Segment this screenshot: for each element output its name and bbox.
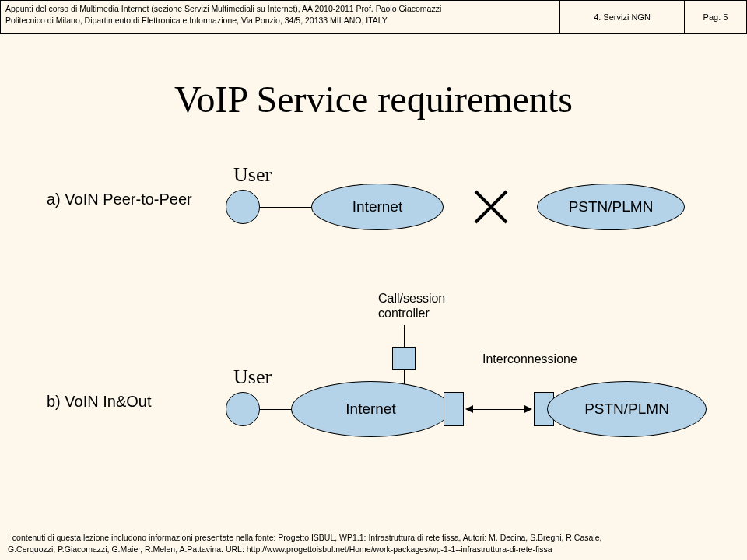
arrow-left-icon — [465, 405, 473, 413]
diagram-b-label: b) VoIN In&Out — [47, 393, 152, 411]
user-node-icon — [226, 190, 260, 224]
pstn-cloud: PSTN/PLMN — [537, 184, 685, 230]
header-page: Pag. 5 — [703, 12, 728, 22]
slide-header: Appunti del corso di Multimedia Internet… — [0, 0, 747, 34]
no-connection-icon — [471, 187, 511, 227]
gateway-box-icon — [444, 392, 464, 426]
header-left-cell: Appunti del corso di Multimedia Internet… — [0, 0, 560, 34]
slide-footer: I contenuti di questa lezione includono … — [8, 532, 739, 555]
diagram-a-label: a) VoIN Peer-to-Peer — [47, 191, 192, 208]
diagram-b-user-label: User — [233, 366, 272, 389]
diagram-a-user-label: User — [233, 163, 272, 187]
controller-label: Call/session controller — [378, 291, 445, 320]
header-page-cell: Pag. 5 — [685, 0, 747, 34]
pstn-label: PSTN/PLMN — [569, 198, 654, 215]
internet-label: Internet — [345, 401, 395, 418]
connector-line — [260, 409, 291, 410]
footer-line-1: I contenuti di questa lezione includono … — [8, 532, 739, 544]
pstn-cloud: PSTN/PLMN — [547, 381, 707, 437]
internet-cloud: Internet — [291, 381, 451, 437]
internet-cloud: Internet — [311, 184, 444, 230]
header-section-cell: 4. Servizi NGN — [560, 0, 685, 34]
controller-connector — [404, 370, 405, 384]
internet-label: Internet — [352, 198, 402, 215]
arrow-shaft — [473, 409, 524, 410]
connector-line — [260, 207, 311, 208]
interconn-label: Interconnessione — [482, 352, 577, 366]
header-section: 4. Servizi NGN — [594, 12, 651, 22]
controller-connector — [404, 325, 405, 347]
footer-line-2: G.Cerquozzi, P.Giacomazzi, G.Maier, R.Me… — [8, 544, 739, 555]
arrow-right-icon — [524, 405, 532, 413]
diagram-a: a) VoIN Peer-to-Peer User Internet PSTN/… — [0, 163, 747, 257]
controller-box-icon — [392, 347, 416, 370]
slide-title: VoIP Service requirements — [0, 78, 747, 121]
header-affiliation-line: Politecnico di Milano, Dipartimento di E… — [5, 15, 555, 26]
user-node-icon — [226, 392, 260, 426]
pstn-label: PSTN/PLMN — [584, 401, 669, 418]
diagram-b: b) VoIN In&Out Call/session controller I… — [0, 334, 747, 459]
header-course-line: Appunti del corso di Multimedia Internet… — [5, 3, 555, 15]
